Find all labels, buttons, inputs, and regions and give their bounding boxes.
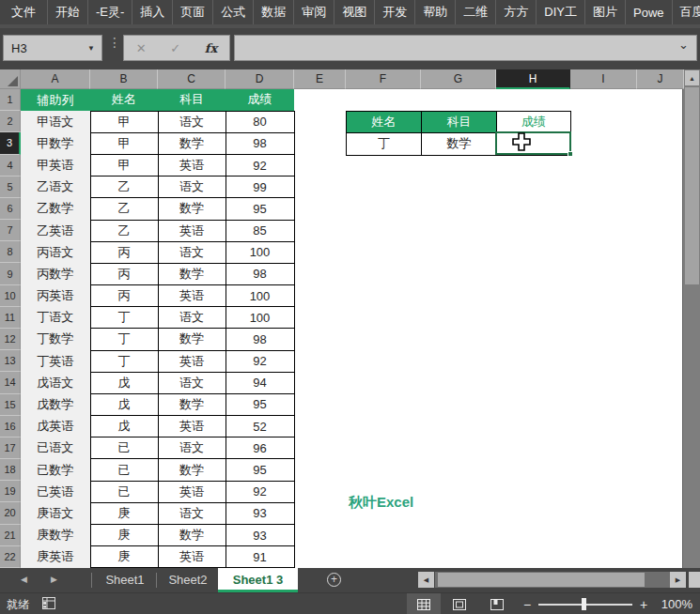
horizontal-scrollbar-thumb[interactable] [438, 573, 645, 587]
hscroll-left-icon[interactable]: ◀ [418, 572, 434, 588]
cell[interactable]: 语文 [158, 437, 226, 459]
cell[interactable]: 庚语文 [21, 502, 90, 524]
column-header-i[interactable]: I [570, 69, 637, 89]
ribbon-tab-9[interactable]: 开发 [375, 0, 415, 24]
cell[interactable]: 80 [226, 111, 294, 132]
cell[interactable]: 甲语文 [21, 111, 90, 132]
cell[interactable]: 98 [226, 132, 294, 154]
row-header-14[interactable]: 14 [0, 372, 21, 393]
cell[interactable]: 英语 [158, 155, 226, 177]
cell[interactable]: 丁 [90, 350, 158, 372]
cell[interactable]: 戊英语 [21, 416, 90, 437]
cell[interactable]: 甲 [90, 155, 158, 177]
cell[interactable]: 戊 [90, 393, 158, 415]
ribbon-tab-8[interactable]: 视图 [334, 0, 375, 24]
column-header-j[interactable]: J [637, 69, 684, 89]
cell[interactable]: 庚 [90, 524, 158, 545]
row-header-15[interactable]: 15 [0, 394, 21, 416]
column-header-a[interactable]: A [21, 69, 90, 89]
cell[interactable]: 数学 [158, 132, 226, 154]
cell[interactable]: 乙 [90, 220, 158, 241]
vertical-scrollbar[interactable]: ▲ [682, 69, 700, 568]
main-table-header-cell[interactable]: 姓名 [90, 89, 158, 111]
cell[interactable]: 语文 [158, 307, 226, 329]
vertical-scrollbar-thumb[interactable] [685, 87, 699, 284]
cell[interactable]: 乙数学 [21, 198, 90, 220]
cell[interactable]: 已 [90, 437, 158, 459]
cell[interactable]: 乙 [90, 198, 158, 220]
row-header-19[interactable]: 19 [0, 481, 21, 502]
cell[interactable]: 已 [90, 481, 158, 502]
row-header-10[interactable]: 10 [0, 285, 21, 307]
cell[interactable]: 语文 [158, 372, 226, 393]
row-header-16[interactable]: 16 [0, 416, 21, 437]
formula-input[interactable]: ⌄ [234, 35, 697, 61]
cell[interactable]: 丁 [347, 133, 422, 155]
row-header-5[interactable]: 5 [0, 177, 21, 198]
cell[interactable]: 92 [226, 481, 294, 502]
cell[interactable]: 数学 [158, 263, 226, 284]
cell[interactable]: 甲 [90, 132, 158, 154]
cell[interactable]: 已数学 [21, 459, 90, 481]
cell[interactable]: 丁 [90, 307, 158, 329]
scroll-up-icon[interactable]: ▲ [685, 70, 699, 85]
insert-function-icon[interactable]: fx [205, 41, 217, 55]
name-box-dropdown-icon[interactable]: ▼ [87, 44, 101, 53]
cell[interactable]: 丁数学 [21, 329, 90, 350]
zoom-in-icon[interactable]: + [632, 597, 655, 612]
cell[interactable]: 语文 [158, 177, 226, 198]
cell[interactable]: 99 [226, 177, 294, 198]
next-sheet-icon[interactable]: ▶ [51, 575, 57, 584]
cell[interactable]: 已英语 [21, 481, 90, 502]
row-header-8[interactable]: 8 [0, 241, 21, 263]
main-table-header-cell[interactable]: 辅助列 [21, 89, 90, 111]
macro-record-icon[interactable] [42, 597, 55, 612]
row-header-2[interactable]: 2 [0, 111, 21, 132]
cell[interactable]: 戊 [90, 416, 158, 437]
zoom-slider[interactable] [538, 593, 632, 614]
ribbon-tab-5[interactable]: 公式 [213, 0, 254, 24]
cell[interactable]: 96 [226, 437, 294, 459]
cell[interactable]: 乙 [90, 177, 158, 198]
column-header-h[interactable]: H [496, 69, 570, 89]
cell[interactable]: 庚 [90, 502, 158, 524]
row-header-21[interactable]: 21 [0, 525, 21, 546]
hscroll-right-icon[interactable]: ▶ [670, 572, 686, 588]
row-header-11[interactable]: 11 [0, 307, 21, 329]
row-header-17[interactable]: 17 [0, 437, 21, 459]
cell[interactable]: 数学 [158, 459, 226, 481]
cell[interactable]: 数学 [422, 133, 497, 155]
cell[interactable]: 英语 [158, 546, 226, 568]
zoom-slider-thumb[interactable] [582, 598, 586, 610]
column-header-g[interactable]: G [421, 69, 496, 89]
row-header-18[interactable]: 18 [0, 459, 21, 481]
row-header-22[interactable]: 22 [0, 546, 21, 568]
cell[interactable]: 98 [226, 263, 294, 284]
cell[interactable]: 已 [90, 459, 158, 481]
column-header-c[interactable]: C [158, 69, 226, 89]
cell[interactable]: 98 [226, 329, 294, 350]
ribbon-tab-3[interactable]: 插入 [132, 0, 173, 24]
sheet-tab-sheet1-3[interactable]: Sheet1 3 [218, 568, 298, 592]
cell[interactable]: 已语文 [21, 437, 90, 459]
cell[interactable]: 丙 [90, 241, 158, 263]
cell[interactable]: 戊语文 [21, 372, 90, 393]
cell[interactable]: 乙语文 [21, 177, 90, 198]
expand-formula-bar-icon[interactable]: ⌄ [678, 38, 689, 52]
ribbon-tab-12[interactable]: 方方 [496, 0, 537, 24]
cell[interactable]: 数学 [158, 393, 226, 415]
cell[interactable]: 85 [226, 220, 294, 241]
page-layout-view-icon[interactable] [441, 593, 478, 614]
normal-view-icon[interactable] [407, 593, 441, 614]
cell[interactable]: 戊数学 [21, 393, 90, 415]
name-box[interactable]: H3 ▼ [3, 35, 102, 61]
cell[interactable]: 数学 [158, 524, 226, 545]
main-table-header-cell[interactable]: 成绩 [226, 89, 294, 111]
sheet-tab-sheet2[interactable]: Sheet2 [158, 568, 218, 592]
cell[interactable]: 英语 [158, 416, 226, 437]
row-header-9[interactable]: 9 [0, 263, 21, 284]
column-header-b[interactable]: B [90, 69, 158, 89]
cell[interactable]: 93 [226, 524, 294, 545]
main-table-header-cell[interactable]: 科目 [158, 89, 226, 111]
row-header-7[interactable]: 7 [0, 220, 21, 241]
